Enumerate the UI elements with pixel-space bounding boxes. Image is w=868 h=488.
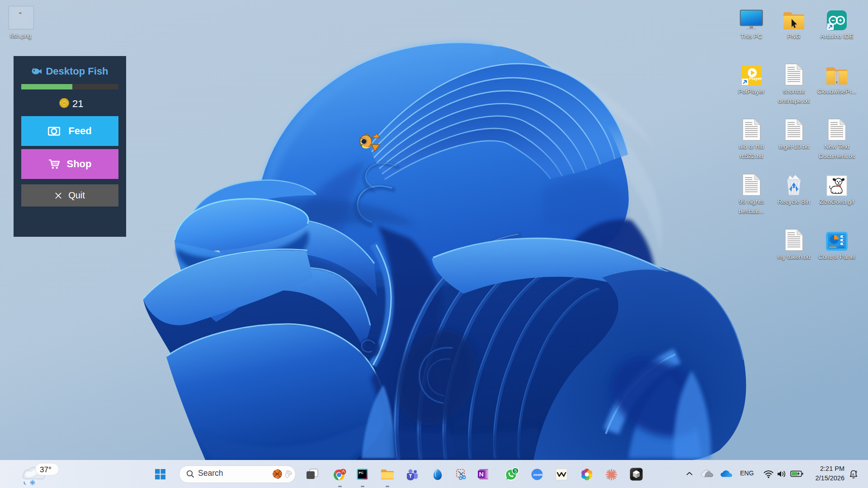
svg-text:Player: Player	[749, 76, 762, 81]
svg-text:PC: PC	[359, 471, 364, 475]
svg-text:5: 5	[514, 468, 517, 474]
svg-text:zoom: zoom	[533, 473, 543, 477]
svg-text:z: z	[852, 472, 854, 476]
svg-text:37°: 37°	[40, 465, 52, 474]
svg-text:z: z	[856, 470, 858, 473]
